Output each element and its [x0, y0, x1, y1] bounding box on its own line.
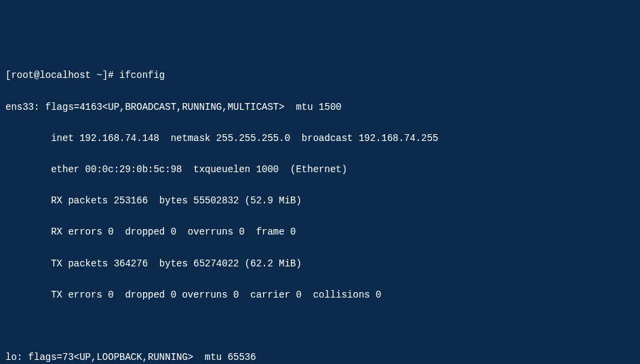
output-ens33-rxp: RX packets 253166 bytes 55502832 (52.9 M… — [5, 193, 635, 209]
output-ens33-txp: TX packets 364276 bytes 65274022 (62.2 M… — [5, 256, 635, 272]
output-ens33-rxe: RX errors 0 dropped 0 overruns 0 frame 0 — [5, 224, 635, 240]
output-ens33-header: ens33: flags=4163<UP,BROADCAST,RUNNING,M… — [5, 100, 635, 115]
command-input: ifconfig — [119, 70, 165, 81]
blank-line — [5, 319, 635, 334]
terminal-line[interactable]: [root@localhost ~]# ifconfig — [5, 68, 635, 83]
output-ens33-inet: inet 192.168.74.148 netmask 255.255.255.… — [5, 131, 635, 146]
output-ens33-txe: TX errors 0 dropped 0 overruns 0 carrier… — [5, 287, 635, 303]
prompt: [root@localhost ~]# — [5, 70, 119, 81]
output-lo-header: lo: flags=73<UP,LOOPBACK,RUNNING> mtu 65… — [5, 350, 635, 364]
output-ens33-ether: ether 00:0c:29:0b:5c:98 txqueuelen 1000 … — [5, 162, 635, 178]
